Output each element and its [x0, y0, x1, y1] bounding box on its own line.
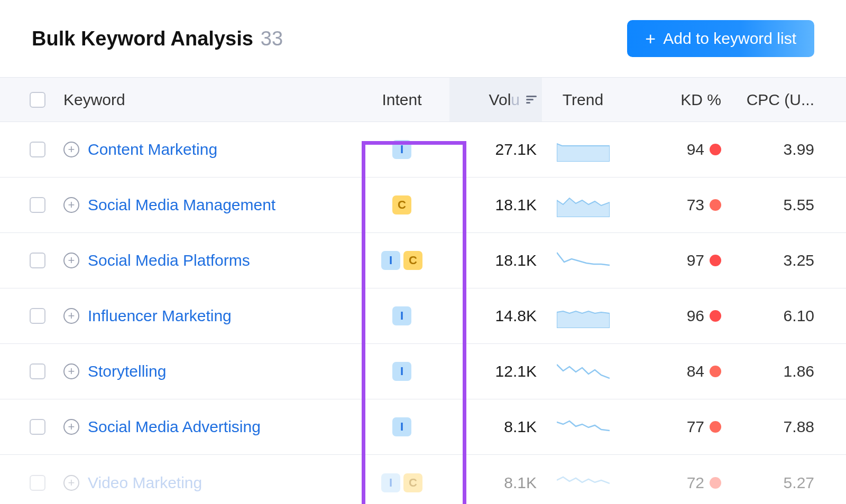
- keyword-table: Keyword Intent Volu Trend KD % CPC (U...…: [0, 77, 846, 504]
- table-row: +StorytellingI12.1K841.86: [0, 344, 846, 399]
- expand-icon[interactable]: +: [63, 142, 79, 157]
- cpc-value: 5.55: [784, 196, 814, 214]
- add-to-keyword-list-button[interactable]: + Add to keyword list: [627, 20, 814, 57]
- intent-cell: IC: [354, 251, 449, 270]
- intent-badge-i[interactable]: I: [392, 306, 411, 325]
- intent-cell: I: [354, 306, 449, 325]
- table-row: +Video MarketingIC8.1K725.27: [0, 455, 846, 504]
- column-header-keyword[interactable]: Keyword: [63, 91, 354, 109]
- add-button-label: Add to keyword list: [663, 30, 796, 48]
- expand-icon[interactable]: +: [63, 308, 79, 324]
- row-checkbox[interactable]: [30, 142, 45, 157]
- intent-cell: IC: [354, 473, 449, 492]
- kd-value: 84: [687, 362, 704, 380]
- intent-badge-c[interactable]: C: [392, 195, 411, 214]
- intent-cell: I: [354, 362, 449, 381]
- kd-value: 97: [687, 251, 704, 269]
- page-header: Bulk Keyword Analysis 33 + Add to keywor…: [0, 0, 846, 77]
- kd-difficulty-dot-icon: [710, 255, 721, 266]
- keyword-link[interactable]: Social Media Advertising: [88, 418, 261, 436]
- trend-sparkline: [542, 193, 624, 217]
- row-checkbox[interactable]: [30, 308, 45, 324]
- keyword-link[interactable]: Social Media Platforms: [88, 251, 250, 269]
- kd-difficulty-dot-icon: [710, 477, 721, 489]
- row-checkbox[interactable]: [30, 363, 45, 379]
- sort-desc-icon: [526, 96, 537, 104]
- trend-sparkline: [542, 137, 624, 162]
- intent-badge-i[interactable]: I: [381, 473, 400, 492]
- keyword-link[interactable]: Video Marketing: [88, 474, 202, 492]
- table-row: +Content MarketingI27.1K943.99: [0, 122, 846, 178]
- volume-value: 12.1K: [495, 362, 537, 380]
- cpc-value: 3.99: [784, 141, 814, 158]
- intent-badge-c[interactable]: C: [403, 251, 422, 270]
- trend-sparkline: [542, 248, 624, 273]
- cpc-value: 3.25: [784, 251, 814, 269]
- column-header-trend[interactable]: Trend: [542, 91, 624, 109]
- row-checkbox[interactable]: [30, 475, 45, 491]
- kd-value: 94: [687, 141, 704, 158]
- trend-sparkline: [542, 471, 624, 495]
- volume-value: 14.8K: [495, 307, 537, 325]
- intent-badge-i[interactable]: I: [392, 140, 411, 159]
- kd-difficulty-dot-icon: [710, 144, 721, 155]
- table-row: +Influencer MarketingI14.8K966.10: [0, 288, 846, 344]
- kd-difficulty-dot-icon: [710, 366, 721, 377]
- kd-value: 72: [687, 474, 704, 492]
- keyword-link[interactable]: Storytelling: [88, 362, 166, 380]
- intent-cell: C: [354, 195, 449, 214]
- intent-badge-i[interactable]: I: [392, 417, 411, 436]
- volume-value: 27.1K: [495, 141, 537, 158]
- kd-value: 73: [687, 196, 704, 214]
- table-row: +Social Media ManagementC18.1K735.55: [0, 178, 846, 233]
- trend-sparkline: [542, 304, 624, 328]
- kd-value: 96: [687, 307, 704, 325]
- keyword-link[interactable]: Social Media Management: [88, 196, 275, 214]
- volume-value: 18.1K: [495, 251, 537, 269]
- kd-value: 77: [687, 418, 704, 436]
- volume-value: 18.1K: [495, 196, 537, 214]
- keyword-link[interactable]: Influencer Marketing: [88, 307, 232, 325]
- volume-value: 8.1K: [504, 418, 537, 436]
- expand-icon[interactable]: +: [63, 475, 79, 491]
- expand-icon[interactable]: +: [63, 197, 79, 213]
- table-header-row: Keyword Intent Volu Trend KD % CPC (U...: [0, 78, 846, 122]
- column-header-intent[interactable]: Intent: [354, 91, 449, 109]
- intent-badge-i[interactable]: I: [381, 251, 400, 270]
- kd-difficulty-dot-icon: [710, 421, 721, 433]
- plus-icon: +: [645, 30, 656, 48]
- table-row: +Social Media AdvertisingI8.1K777.88: [0, 399, 846, 455]
- kd-difficulty-dot-icon: [710, 199, 721, 211]
- cpc-value: 1.86: [784, 362, 814, 380]
- table-row: +Social Media PlatformsIC18.1K973.25: [0, 233, 846, 288]
- expand-icon[interactable]: +: [63, 363, 79, 379]
- intent-cell: I: [354, 417, 449, 436]
- page-title: Bulk Keyword Analysis: [32, 27, 253, 50]
- trend-sparkline: [542, 415, 624, 439]
- expand-icon[interactable]: +: [63, 253, 79, 268]
- kd-difficulty-dot-icon: [710, 310, 721, 322]
- expand-icon[interactable]: +: [63, 419, 79, 435]
- column-header-cpc[interactable]: CPC (U...: [724, 91, 814, 109]
- cpc-value: 5.27: [784, 474, 814, 492]
- page-title-count: 33: [261, 27, 283, 50]
- intent-cell: I: [354, 140, 449, 159]
- trend-sparkline: [542, 359, 624, 384]
- column-header-kd[interactable]: KD %: [624, 91, 724, 109]
- select-all-checkbox[interactable]: [30, 92, 45, 108]
- intent-badge-c[interactable]: C: [403, 473, 422, 492]
- row-checkbox[interactable]: [30, 197, 45, 213]
- cpc-value: 6.10: [784, 307, 814, 325]
- row-checkbox[interactable]: [30, 419, 45, 435]
- row-checkbox[interactable]: [30, 253, 45, 268]
- keyword-link[interactable]: Content Marketing: [88, 141, 217, 158]
- column-header-volume[interactable]: Volu: [449, 78, 542, 122]
- cpc-value: 7.88: [784, 418, 814, 436]
- volume-value: 8.1K: [504, 474, 537, 492]
- intent-badge-i[interactable]: I: [392, 362, 411, 381]
